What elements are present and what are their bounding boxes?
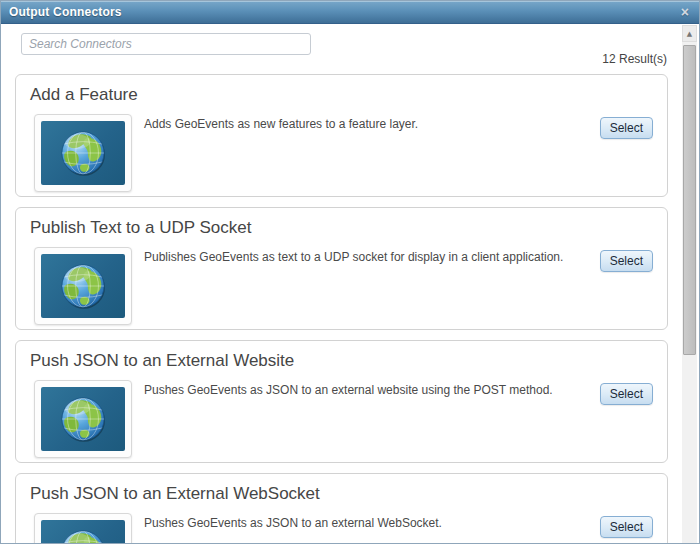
connector-card: Push JSON to an External WebSocket bbox=[15, 473, 668, 543]
connector-thumbnail bbox=[34, 247, 132, 325]
close-icon[interactable]: × bbox=[679, 5, 691, 19]
connector-thumbnail bbox=[34, 114, 132, 192]
select-button[interactable]: Select bbox=[600, 383, 653, 405]
results-count: 12 Result(s) bbox=[602, 52, 667, 66]
connector-thumbnail bbox=[34, 380, 132, 458]
connector-description: Publishes GeoEvents as text to a UDP soc… bbox=[144, 249, 588, 265]
connector-description: Pushes GeoEvents as JSON to an external … bbox=[144, 382, 588, 398]
dialog-title: Output Connectors bbox=[9, 5, 122, 19]
connector-thumbnail bbox=[34, 513, 132, 543]
connector-title: Push JSON to an External Website bbox=[30, 351, 653, 371]
search-input[interactable] bbox=[21, 33, 311, 55]
connector-title: Push JSON to an External WebSocket bbox=[30, 484, 653, 504]
scrollbar[interactable]: ▲ bbox=[682, 25, 697, 543]
connector-card: Add a Feature bbox=[15, 74, 668, 197]
globe-icon bbox=[57, 526, 109, 543]
select-button[interactable]: Select bbox=[600, 516, 653, 538]
connector-card: Publish Text to a UDP Socket bbox=[15, 207, 668, 330]
connector-description: Adds GeoEvents as new features to a feat… bbox=[144, 116, 588, 132]
globe-icon bbox=[57, 127, 109, 179]
globe-icon bbox=[57, 260, 109, 312]
connector-list: Add a Feature bbox=[15, 74, 668, 543]
scroll-up-icon[interactable]: ▲ bbox=[682, 25, 697, 42]
select-button[interactable]: Select bbox=[600, 250, 653, 272]
scrollbar-thumb[interactable] bbox=[683, 45, 696, 355]
output-connectors-dialog: Output Connectors × 12 Result(s) Add a F… bbox=[0, 0, 700, 544]
dialog-titlebar[interactable]: Output Connectors × bbox=[1, 1, 699, 24]
connector-card: Push JSON to an External Website bbox=[15, 340, 668, 463]
connector-title: Add a Feature bbox=[30, 85, 653, 105]
globe-icon bbox=[57, 393, 109, 445]
connector-description: Pushes GeoEvents as JSON to an external … bbox=[144, 515, 588, 531]
dialog-content: 12 Result(s) Add a Feature bbox=[1, 24, 699, 543]
connector-title: Publish Text to a UDP Socket bbox=[30, 218, 653, 238]
select-button[interactable]: Select bbox=[600, 117, 653, 139]
